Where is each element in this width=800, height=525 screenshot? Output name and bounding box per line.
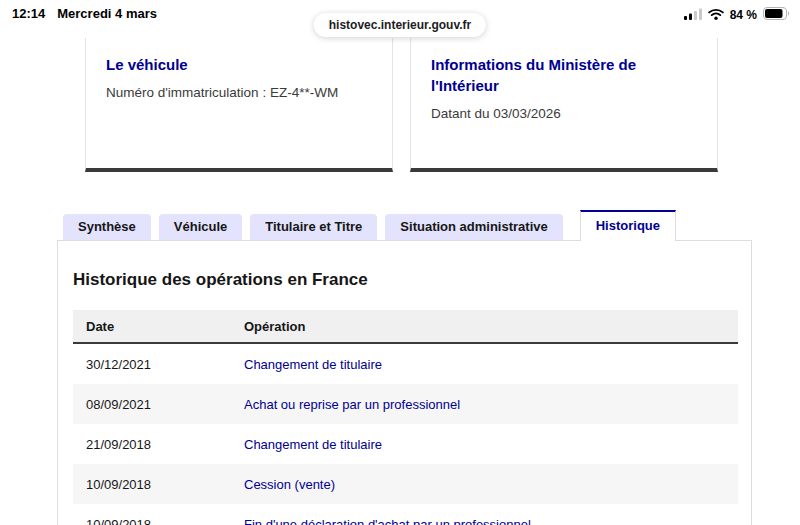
tab-bar: Synthèse Véhicule Titulaire et Titre Sit… [63, 210, 676, 240]
historique-panel: Historique des opérations en France Date… [57, 240, 752, 525]
column-header-date: Date [73, 319, 231, 334]
ministry-card: Informations du Ministère de l'Intérieur… [410, 38, 718, 172]
tab-synthese[interactable]: Synthèse [63, 214, 151, 240]
operation-date: 30/12/2021 [73, 357, 231, 372]
operation-link[interactable]: Changement de titulaire [244, 437, 382, 452]
statusbar-left: 12:14 Mercredi 4 mars [12, 6, 157, 21]
operation-date: 10/09/2018 [73, 477, 231, 492]
operation-link[interactable]: Cession (vente) [244, 477, 335, 492]
browser-address-bar[interactable]: histovec.interieur.gouv.fr [314, 13, 486, 37]
wifi-icon [708, 8, 724, 23]
table-row: 08/09/2021 Achat ou reprise par un profe… [73, 384, 738, 424]
vehicle-card-title: Le véhicule [106, 54, 372, 75]
column-header-operation: Opération [231, 319, 738, 334]
vehicle-card: Le véhicule Numéro d'immatriculation : E… [85, 38, 393, 172]
operation-date: 08/09/2021 [73, 397, 231, 412]
operation-date: 10/09/2018 [73, 517, 231, 525]
table-row: 21/09/2018 Changement de titulaire [73, 424, 738, 464]
tab-vehicule[interactable]: Véhicule [159, 214, 242, 240]
battery-percent: 84 % [730, 8, 757, 22]
operation-link[interactable]: Achat ou reprise par un professionnel [244, 397, 460, 412]
data-date: Datant du 03/03/2026 [431, 105, 697, 124]
operation-link[interactable]: Fin d'une déclaration d'achat par un pro… [244, 517, 531, 525]
operation-date: 21/09/2018 [73, 437, 231, 452]
table-row: 10/09/2018 Fin d'une déclaration d'achat… [73, 504, 738, 525]
tab-titulaire-et-titre[interactable]: Titulaire et Titre [250, 214, 377, 240]
clock-time: 12:14 [12, 6, 45, 21]
operation-link[interactable]: Changement de titulaire [244, 357, 382, 372]
history-table: Date Opération 30/12/2021 Changement de … [73, 310, 738, 525]
registration-number: Numéro d'immatriculation : EZ-4**-WM [106, 84, 372, 103]
table-row: 30/12/2021 Changement de titulaire [73, 344, 738, 384]
statusbar-date: Mercredi 4 mars [57, 6, 157, 21]
tab-historique[interactable]: Historique [580, 210, 676, 241]
page-title: Historique des opérations en France [73, 270, 368, 290]
tab-situation-administrative[interactable]: Situation administrative [385, 214, 562, 240]
cellular-signal-icon [684, 8, 702, 23]
table-row: 10/09/2018 Cession (vente) [73, 464, 738, 504]
table-header-row: Date Opération [73, 310, 738, 344]
ministry-card-title: Informations du Ministère de l'Intérieur [431, 54, 697, 96]
statusbar-right: 84 % [684, 7, 790, 23]
battery-icon [763, 7, 790, 23]
address-bar-url: histovec.interieur.gouv.fr [329, 18, 471, 32]
